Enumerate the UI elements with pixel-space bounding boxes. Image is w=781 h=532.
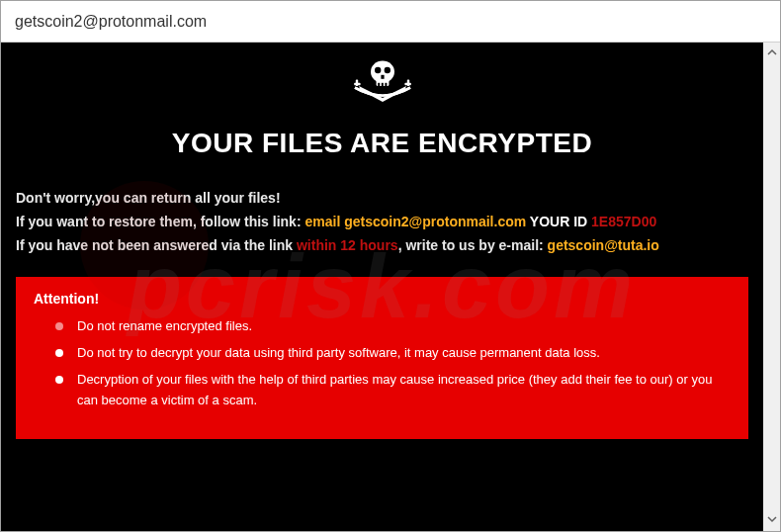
your-id-value: 1E857D00 xyxy=(591,214,656,229)
window-titlebar[interactable]: getscoin2@protonmail.com xyxy=(1,1,780,43)
main-heading: YOUR FILES ARE ENCRYPTED xyxy=(16,128,748,159)
svg-rect-10 xyxy=(355,80,357,86)
contact-email-2: getscoin@tuta.io xyxy=(548,237,659,253)
skull-container xyxy=(16,54,748,118)
info-paragraph: Don't worry,you can return all your file… xyxy=(16,187,748,257)
attention-title: Attention! xyxy=(34,291,731,307)
your-id-label: YOUR ID xyxy=(530,214,591,229)
line-1: Don't worry,you can return all your file… xyxy=(16,187,748,211)
svg-rect-5 xyxy=(378,83,380,88)
svg-point-2 xyxy=(375,67,381,73)
pirate-skull-icon xyxy=(343,100,422,117)
contact-email-label: email xyxy=(304,214,344,229)
attention-list: Do not rename encrypted files. Do not tr… xyxy=(34,316,731,410)
svg-point-3 xyxy=(384,67,390,73)
attention-box: Attention! Do not rename encrypted files… xyxy=(16,277,748,438)
attention-item: Decryption of your files with the help o… xyxy=(55,370,731,411)
vertical-scrollbar[interactable] xyxy=(763,43,780,531)
line2-prefix: If you want to restore them, follow this… xyxy=(16,214,304,229)
content-wrap: pcrisk.com xyxy=(1,43,780,531)
svg-rect-11 xyxy=(406,80,408,86)
svg-rect-6 xyxy=(381,83,383,88)
line3-mid: , write to us by e-mail: xyxy=(398,237,548,253)
deadline-hours: within 12 hours xyxy=(297,237,398,253)
ransomware-window: getscoin2@protonmail.com pcrisk.com xyxy=(0,0,781,532)
ransom-note-body: pcrisk.com xyxy=(1,43,763,531)
window-title: getscoin2@protonmail.com xyxy=(15,13,207,31)
scroll-up-icon[interactable] xyxy=(767,46,777,60)
attention-item: Do not rename encrypted files. xyxy=(55,316,731,337)
scroll-down-icon[interactable] xyxy=(767,513,777,527)
attention-item: Do not try to decrypt your data using th… xyxy=(55,343,731,364)
line-2: If you want to restore them, follow this… xyxy=(16,211,748,234)
svg-rect-4 xyxy=(381,75,384,79)
line3-prefix: If you have not been answered via the li… xyxy=(16,237,297,253)
line-3: If you have not been answered via the li… xyxy=(16,234,748,258)
contact-email-1: getscoin2@protonmail.com xyxy=(344,214,526,229)
svg-point-0 xyxy=(371,60,394,82)
svg-rect-7 xyxy=(385,83,387,88)
